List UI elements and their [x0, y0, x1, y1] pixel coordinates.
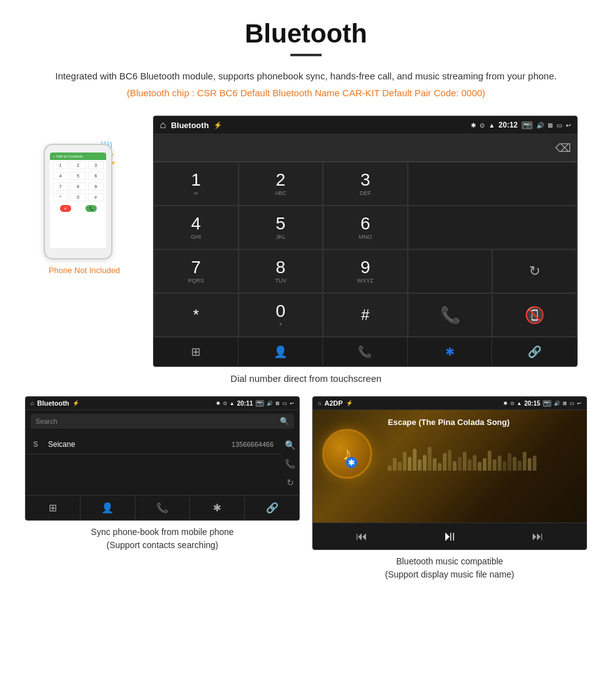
key-1[interactable]: 1 ∞ [154, 162, 239, 206]
contact-letter: S [33, 440, 43, 449]
play-pause-btn[interactable]: ⏯ [443, 528, 457, 544]
music-section: ⌂ A2DP ⚡ ✱ ⊙ ▲ 20:15 📷 🔊 ⊠ ▭ ↩ [312, 396, 587, 581]
bottom-bt-btn[interactable]: ✱ [408, 338, 493, 366]
next-btn[interactable]: ⏭ [532, 530, 543, 543]
location-icon: ⊙ [480, 122, 485, 129]
pb-time: 20:11 [237, 400, 253, 407]
bottom-contacts-btn[interactable]: 👤 [239, 338, 323, 366]
pb-bottom-link[interactable]: 🔗 [245, 496, 299, 520]
camera-icon: 📷 [521, 121, 533, 129]
key-9[interactable]: 9 WXYZ [323, 249, 408, 293]
pb-side-refresh-icon: ↻ [287, 478, 294, 488]
dial-caption: Dial number direct from touchscreen [0, 373, 612, 384]
pb-volume-icon: 🔊 [267, 401, 273, 406]
mu-bt-icon: ✱ [503, 401, 508, 406]
dialer-status-bar: ⌂ Bluetooth ⚡ ✱ ⊙ ▲ 20:12 📷 🔊 ⊠ ▭ ↩ [154, 116, 577, 134]
mu-signal-icon: ▲ [517, 401, 522, 406]
key-2[interactable]: 2 ABC [239, 162, 323, 206]
mu-back-icon: ↩ [577, 401, 581, 406]
volume-icon: 🔊 [536, 122, 544, 129]
dialer-display: ⌫ [154, 134, 577, 162]
screen-icon: ▭ [556, 122, 562, 129]
music-status-bar: ⌂ A2DP ⚡ ✱ ⊙ ▲ 20:15 📷 🔊 ⊠ ▭ ↩ [313, 397, 586, 410]
pb-bottom-contacts[interactable]: 👤 [81, 496, 136, 520]
phonebook-status-bar: ⌂ Bluetooth ⚡ ✱ ⊙ ▲ 20:11 📷 🔊 ⊠ ▭ ↩ [26, 397, 299, 410]
album-art: ♪ ✱ [322, 429, 372, 479]
pb-back-icon: ↩ [290, 401, 294, 406]
bluetooth-specs: (Bluetooth chip : CSR BC6 Default Blueto… [0, 88, 612, 98]
key-5[interactable]: 5 JKL [239, 206, 323, 249]
description: Integrated with BC6 Bluetooth module, su… [0, 69, 612, 84]
phone-screen: + Add to Contacts 1 2 3 4 5 6 7 8 9 [50, 152, 106, 248]
dialer-keypad: 1 ∞ 2 ABC 3 DEF 4 GHI 5 JKL 6 [154, 162, 577, 337]
phone-aside: )))) ⚡ + Add to Contacts 1 2 3 4 5 [34, 116, 134, 275]
search-icon: 🔍 [280, 417, 289, 426]
phonebook-screen: ⌂ Bluetooth ⚡ ✱ ⊙ ▲ 20:11 📷 🔊 ⊠ ▭ ↩ [25, 396, 300, 521]
pb-location-icon: ⊙ [223, 401, 227, 406]
pb-title: Bluetooth [37, 399, 69, 407]
phonebook-search[interactable]: Search 🔍 [31, 414, 294, 429]
contact-number: 13566664466 [232, 441, 274, 448]
key-0[interactable]: 0 + [239, 293, 323, 337]
bottom-screenshots: ⌂ Bluetooth ⚡ ✱ ⊙ ▲ 20:11 📷 🔊 ⊠ ▭ ↩ [0, 396, 612, 581]
music-controls: ⏮ ⏯ ⏭ [313, 522, 586, 549]
call-green-btn[interactable]: 📞 [408, 293, 493, 337]
prev-btn[interactable]: ⏮ [356, 530, 367, 543]
pb-bt-icon: ✱ [216, 401, 220, 406]
home-icon: ⌂ [160, 119, 166, 131]
dialer-bottom-bar: ⊞ 👤 📞 ✱ 🔗 [154, 337, 577, 366]
pb-side-search-icon: 🔍 [285, 440, 295, 450]
phonebook-caption: Sync phone-book from mobile phone (Suppo… [25, 526, 300, 552]
mu-location-icon: ⊙ [510, 401, 515, 406]
search-placeholder: Search [36, 418, 57, 425]
mu-camera-icon: 📷 [543, 400, 551, 407]
key-3[interactable]: 3 DEF [323, 162, 408, 206]
mu-screen-icon: ▭ [570, 401, 575, 406]
key-4[interactable]: 4 GHI [154, 206, 239, 249]
key-hash[interactable]: # [323, 293, 408, 337]
spacer-row3-col4 [408, 249, 493, 293]
music-content: ♪ ✱ Escape (The Pina Colada Song) [313, 410, 586, 522]
mu-home-icon: ⌂ [318, 400, 321, 406]
dialer-title: Bluetooth [171, 121, 209, 130]
pb-screen-icon: ▭ [282, 401, 287, 406]
pb-close-icon: ⊠ [275, 401, 280, 406]
pb-bottom-grid[interactable]: ⊞ [26, 496, 81, 520]
mu-close-icon: ⊠ [563, 401, 567, 406]
main-content-area: )))) ⚡ + Add to Contacts 1 2 3 4 5 [0, 116, 612, 367]
pb-bottom-phone[interactable]: 📞 [136, 496, 190, 520]
close-box-icon: ⊠ [548, 122, 553, 129]
usb-icon: ⚡ [214, 121, 222, 129]
mu-volume-icon: 🔊 [554, 401, 560, 406]
key-7[interactable]: 7 PQRS [154, 249, 239, 293]
key-star[interactable]: * [154, 293, 239, 337]
phone-header: + Add to Contacts [50, 152, 106, 160]
bottom-grid-btn[interactable]: ⊞ [154, 338, 239, 366]
dialer-time: 20:12 [498, 121, 518, 129]
phonebook-contact[interactable]: S Seicane 13566664466 [26, 435, 281, 454]
pb-side-phone-icon: 📞 [285, 459, 295, 469]
dialer-screen: ⌂ Bluetooth ⚡ ✱ ⊙ ▲ 20:12 📷 🔊 ⊠ ▭ ↩ ⌫ [153, 116, 578, 367]
page-title: Bluetooth [0, 0, 612, 54]
key-8[interactable]: 8 TUV [239, 249, 323, 293]
mu-usb-icon: ⚡ [346, 400, 353, 406]
pb-camera-icon: 📷 [255, 400, 264, 407]
pb-bottom-bt[interactable]: ✱ [190, 496, 245, 520]
phonebook-section: ⌂ Bluetooth ⚡ ✱ ⊙ ▲ 20:11 📷 🔊 ⊠ ▭ ↩ [25, 396, 300, 581]
back-icon: ↩ [566, 122, 571, 129]
pb-usb-icon: ⚡ [72, 400, 79, 406]
display-area-top-right [408, 162, 577, 206]
phone-mockup: + Add to Contacts 1 2 3 4 5 6 7 8 9 [44, 144, 112, 259]
title-divider [290, 54, 322, 56]
phonebook-content: S Seicane 13566664466 🔍 📞 ↻ [26, 432, 299, 495]
refresh-btn[interactable]: ↻ [492, 249, 577, 293]
pb-signal-icon: ▲ [230, 401, 235, 406]
backspace-icon[interactable]: ⌫ [555, 141, 571, 155]
pb-bottom-bar: ⊞ 👤 📞 ✱ 🔗 [26, 495, 299, 520]
bottom-phone-btn[interactable]: 📞 [323, 338, 408, 366]
spacer-row2 [408, 206, 577, 249]
key-6[interactable]: 6 MNO [323, 206, 408, 249]
signal-icon: ▲ [488, 122, 495, 129]
bottom-link-btn[interactable]: 🔗 [492, 338, 577, 366]
call-end-btn[interactable]: 📵 [492, 293, 577, 337]
